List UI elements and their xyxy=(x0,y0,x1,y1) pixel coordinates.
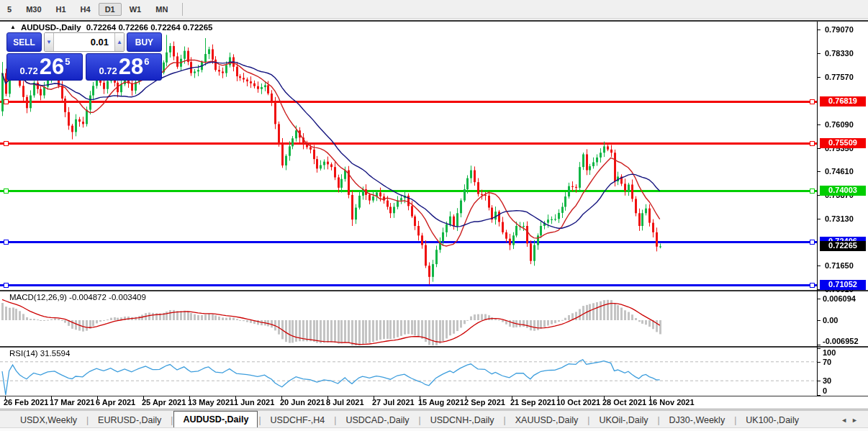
volume-decrease-button[interactable]: ▼ xyxy=(45,33,54,51)
price-level-badge: 0.76819 xyxy=(820,96,866,106)
date-tick-label: 15 Aug 2021 xyxy=(418,398,464,407)
rsi-tick-label: 0 xyxy=(823,386,827,395)
price-tick-label: 0.74610 xyxy=(825,167,854,176)
chart-tab-eurusd-daily[interactable]: EURUSD-,Daily xyxy=(89,413,170,428)
chart-ohlc-values: 0.72264 0.72266 0.72264 0.72265 xyxy=(86,23,213,32)
chart-tab-dj30-weekly[interactable]: DJ30-,Weekly xyxy=(661,413,734,428)
panel-collapse-icon[interactable]: ▲ xyxy=(10,24,16,30)
chart-title: ▲ AUDUSD-,Daily 0.72264 0.72266 0.72264 … xyxy=(10,23,213,32)
chart-tab-usdcnh-daily[interactable]: USDCNH-,Daily xyxy=(422,413,503,428)
price-level-badge: 0.71052 xyxy=(820,280,866,290)
trade-row: SELL ▼ ▲ BUY xyxy=(6,32,162,52)
timeframe-button-h4[interactable]: H4 xyxy=(74,3,97,16)
price-level-badge: 0.74003 xyxy=(820,186,866,196)
date-tick-label: 21 Sep 2021 xyxy=(510,398,556,407)
buy-quote-box[interactable]: 0.72286 xyxy=(86,53,162,81)
volume-increase-button[interactable]: ▲ xyxy=(114,33,124,51)
rsi-tick-label: 100 xyxy=(823,348,836,357)
timeframe-button-h1[interactable]: H1 xyxy=(50,3,73,16)
one-click-trading-panel: SELL ▼ ▲ BUY 0.72265 0.72286 xyxy=(6,32,162,81)
sell-quote-box[interactable]: 0.72265 xyxy=(6,53,83,81)
price-tick-label: 0.71650 xyxy=(825,261,854,270)
macd-indicator-label: MACD(12,26,9) -0.004872 -0.003409 xyxy=(9,293,146,301)
chart-tab-usdx-weekly[interactable]: USDX,Weekly xyxy=(12,413,86,428)
buy-price-base: 0.72 xyxy=(99,65,117,76)
buy-button[interactable]: BUY xyxy=(127,32,162,52)
timeframe-button-5[interactable]: 5 xyxy=(1,3,18,16)
tabs-scroll-left-icon[interactable]: ◄ xyxy=(841,417,851,424)
date-tick-label: 10 Oct 2021 xyxy=(556,398,600,407)
price-level-badge: 0.75509 xyxy=(820,138,866,148)
timeframe-button-w1[interactable]: W1 xyxy=(123,3,148,16)
sell-price-base: 0.72 xyxy=(19,65,37,76)
buy-price-sup: 6 xyxy=(144,56,149,67)
quote-row: 0.72265 0.72286 xyxy=(6,53,162,81)
macd-tick-label: -0.006952 xyxy=(823,337,859,345)
status-bar xyxy=(0,427,868,431)
date-tick-label: 28 Oct 2021 xyxy=(602,398,646,407)
sell-button[interactable]: SELL xyxy=(6,32,42,52)
date-tick-label: 8 Jul 2021 xyxy=(326,398,364,407)
chart-tab-usdcad-daily[interactable]: USDCAD-,Daily xyxy=(337,413,417,428)
timeframe-button-m30[interactable]: M30 xyxy=(19,3,48,16)
date-tick-label: 26 Feb 2021 xyxy=(4,398,48,407)
mt4-window: 5M30H1H4D1W1MN ▲ AUDUSD-,Daily 0.72264 0… xyxy=(0,0,868,431)
timeframe-button-d1[interactable]: D1 xyxy=(99,3,122,16)
chart-tabs: USDX,Weekly|EURUSD-,Daily|AUDUSD-,Daily|… xyxy=(12,411,808,428)
sell-price-sup: 5 xyxy=(65,56,70,67)
price-level-badge: 0.72265 xyxy=(820,241,866,251)
volume-stepper: ▼ ▲ xyxy=(44,32,125,52)
chart-tab-uk100-daily[interactable]: UK100-,Daily xyxy=(737,413,808,428)
macd-tick-label: 0.006094 xyxy=(823,294,856,303)
rsi-indicator-label: RSI(14) 31.5594 xyxy=(9,349,70,358)
date-tick-label: 17 Mar 2021 xyxy=(50,398,94,407)
price-tick-label: 0.76090 xyxy=(825,120,854,129)
price-tick-label: 0.77570 xyxy=(825,73,854,81)
date-tick-label: 1 Jun 2021 xyxy=(234,398,274,407)
tabs-scroll-right-icon[interactable]: ► xyxy=(851,417,862,424)
price-tick-label: 0.78330 xyxy=(825,49,854,58)
date-tick-label: 25 Apr 2021 xyxy=(142,398,186,407)
macd-tick-label: 0.00 xyxy=(823,316,838,325)
rsi-tick-label: 30 xyxy=(823,376,831,385)
date-tick-label: 6 Apr 2021 xyxy=(96,398,135,407)
toolbar-separator xyxy=(182,3,183,16)
date-tick-label: 20 Jun 2021 xyxy=(280,398,325,407)
chart-tab-usdchf-h4[interactable]: USDCHF-,H4 xyxy=(262,413,334,428)
sell-price-big: 26 xyxy=(40,56,64,78)
chart-symbol-label: AUDUSD-,Daily xyxy=(21,23,81,32)
price-tick-label: 0.79070 xyxy=(825,25,854,34)
chart-tabbar: USDX,Weekly|EURUSD-,Daily|AUDUSD-,Daily|… xyxy=(0,410,868,428)
chart-tab-audusd-daily[interactable]: AUDUSD-,Daily xyxy=(173,411,258,428)
chart-tab-xauusd-daily[interactable]: XAUUSD-,Daily xyxy=(507,413,587,428)
timeframe-button-mn[interactable]: MN xyxy=(149,3,174,16)
price-tick-label: 0.73130 xyxy=(825,214,854,223)
date-tick-label: 13 May 2021 xyxy=(188,398,234,407)
tabs-scroll-arrows: ◄► xyxy=(841,417,862,424)
rsi-tick-label: 70 xyxy=(823,358,831,366)
date-tick-label: 16 Nov 2021 xyxy=(648,398,695,407)
volume-input[interactable] xyxy=(54,33,114,51)
date-tick-label: 27 Jul 2021 xyxy=(372,398,415,407)
date-tick-label: 2 Sep 2021 xyxy=(464,398,505,407)
buy-price-big: 28 xyxy=(119,56,143,78)
timeframe-toolbar: 5M30H1H4D1W1MN xyxy=(0,0,868,19)
chart-tab-ukoil-daily[interactable]: UKOil-,Daily xyxy=(590,413,656,428)
